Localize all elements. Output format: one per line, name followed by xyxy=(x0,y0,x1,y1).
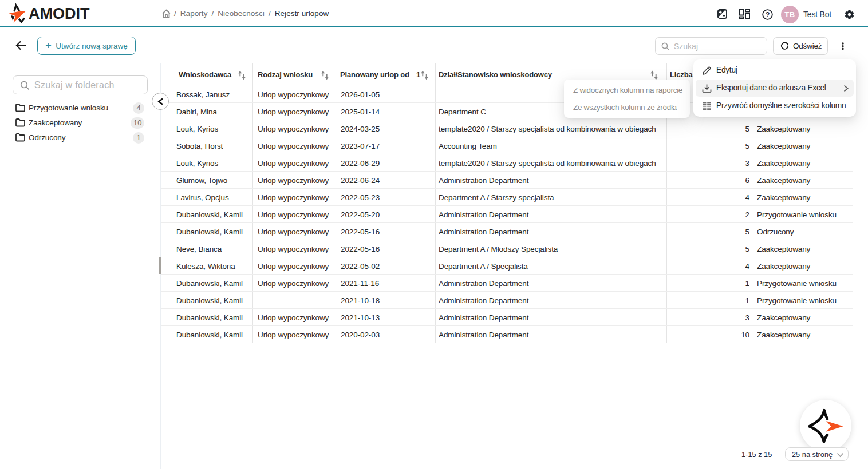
svg-text:?: ? xyxy=(766,11,770,19)
